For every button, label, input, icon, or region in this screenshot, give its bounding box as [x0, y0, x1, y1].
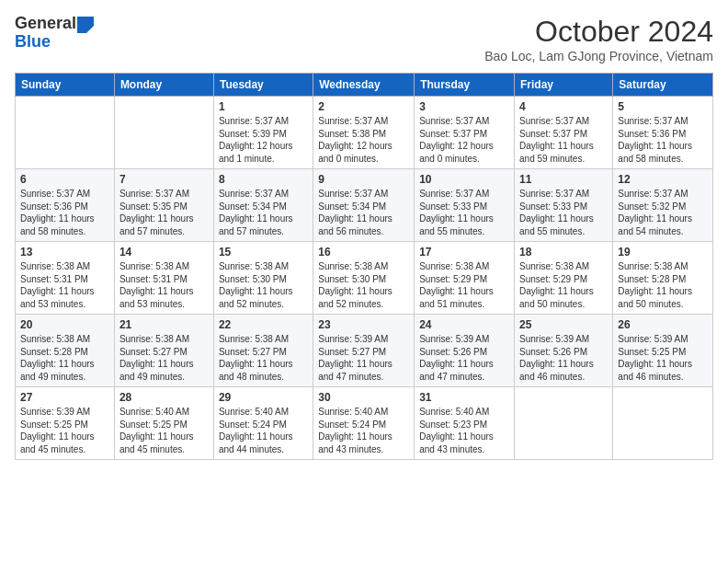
- day-header-saturday: Saturday: [613, 74, 713, 97]
- day-info: Sunrise: 5:40 AMSunset: 5:24 PMDaylight:…: [318, 406, 409, 455]
- day-info: Sunrise: 5:37 AMSunset: 5:37 PMDaylight:…: [419, 115, 509, 165]
- calendar-cell: 22Sunrise: 5:38 AMSunset: 5:27 PMDayligh…: [213, 315, 313, 387]
- calendar: SundayMondayTuesdayWednesdayThursdayFrid…: [15, 73, 713, 460]
- day-info: Sunrise: 5:38 AMSunset: 5:29 PMDaylight:…: [419, 260, 509, 310]
- calendar-cell: [613, 387, 713, 460]
- day-number: 16: [318, 246, 409, 259]
- day-number: 27: [20, 391, 109, 404]
- day-number: 2: [318, 100, 409, 113]
- day-number: 11: [519, 173, 608, 186]
- day-number: 5: [618, 100, 708, 113]
- day-info: Sunrise: 5:37 AMSunset: 5:33 PMDaylight:…: [419, 188, 509, 237]
- day-number: 8: [219, 173, 308, 186]
- page-header: General Blue October 2024 Bao Loc, Lam G…: [15, 15, 713, 63]
- day-info: Sunrise: 5:39 AMSunset: 5:27 PMDaylight:…: [318, 333, 409, 383]
- calendar-cell: 18Sunrise: 5:38 AMSunset: 5:29 PMDayligh…: [515, 242, 613, 315]
- calendar-cell: 17Sunrise: 5:38 AMSunset: 5:29 PMDayligh…: [415, 242, 515, 315]
- calendar-cell: 9Sunrise: 5:37 AMSunset: 5:34 PMDaylight…: [313, 169, 415, 242]
- logo-icon: [77, 17, 94, 33]
- day-header-thursday: Thursday: [415, 74, 515, 97]
- calendar-cell: 28Sunrise: 5:40 AMSunset: 5:25 PMDayligh…: [114, 387, 213, 460]
- calendar-cell: 26Sunrise: 5:39 AMSunset: 5:25 PMDayligh…: [613, 315, 713, 387]
- calendar-cell: 24Sunrise: 5:39 AMSunset: 5:26 PMDayligh…: [415, 315, 515, 387]
- calendar-week-row: 27Sunrise: 5:39 AMSunset: 5:25 PMDayligh…: [16, 387, 713, 460]
- day-info: Sunrise: 5:38 AMSunset: 5:29 PMDaylight:…: [519, 260, 608, 310]
- day-info: Sunrise: 5:37 AMSunset: 5:35 PMDaylight:…: [119, 188, 209, 237]
- day-number: 10: [419, 173, 509, 186]
- calendar-cell: 20Sunrise: 5:38 AMSunset: 5:28 PMDayligh…: [16, 315, 115, 387]
- day-number: 4: [519, 100, 608, 113]
- day-info: Sunrise: 5:39 AMSunset: 5:26 PMDaylight:…: [519, 333, 608, 383]
- day-number: 12: [618, 173, 708, 186]
- calendar-header-row: SundayMondayTuesdayWednesdayThursdayFrid…: [16, 74, 713, 97]
- month-title: October 2024: [484, 15, 713, 49]
- day-number: 15: [219, 246, 308, 259]
- calendar-cell: 1Sunrise: 5:37 AMSunset: 5:39 PMDaylight…: [213, 97, 313, 169]
- day-number: 20: [20, 318, 109, 331]
- day-info: Sunrise: 5:40 AMSunset: 5:23 PMDaylight:…: [419, 406, 509, 455]
- calendar-cell: [16, 97, 115, 169]
- day-number: 25: [519, 318, 608, 331]
- day-number: 1: [219, 100, 308, 113]
- day-info: Sunrise: 5:38 AMSunset: 5:27 PMDaylight:…: [119, 333, 209, 383]
- day-info: Sunrise: 5:38 AMSunset: 5:31 PMDaylight:…: [119, 260, 209, 310]
- title-block: October 2024 Bao Loc, Lam GJong Province…: [484, 15, 713, 63]
- calendar-cell: 11Sunrise: 5:37 AMSunset: 5:33 PMDayligh…: [515, 169, 613, 242]
- calendar-cell: 31Sunrise: 5:40 AMSunset: 5:23 PMDayligh…: [415, 387, 515, 460]
- day-info: Sunrise: 5:37 AMSunset: 5:34 PMDaylight:…: [219, 188, 308, 237]
- logo-general: General: [15, 15, 76, 33]
- calendar-cell: 2Sunrise: 5:37 AMSunset: 5:38 PMDaylight…: [313, 97, 415, 169]
- calendar-cell: [515, 387, 613, 460]
- calendar-cell: 15Sunrise: 5:38 AMSunset: 5:30 PMDayligh…: [213, 242, 313, 315]
- day-info: Sunrise: 5:38 AMSunset: 5:27 PMDaylight:…: [219, 333, 308, 383]
- calendar-week-row: 1Sunrise: 5:37 AMSunset: 5:39 PMDaylight…: [16, 97, 713, 169]
- day-header-tuesday: Tuesday: [213, 74, 313, 97]
- calendar-cell: 8Sunrise: 5:37 AMSunset: 5:34 PMDaylight…: [213, 169, 313, 242]
- calendar-cell: 25Sunrise: 5:39 AMSunset: 5:26 PMDayligh…: [515, 315, 613, 387]
- day-number: 31: [419, 391, 509, 404]
- calendar-cell: 29Sunrise: 5:40 AMSunset: 5:24 PMDayligh…: [213, 387, 313, 460]
- calendar-cell: 12Sunrise: 5:37 AMSunset: 5:32 PMDayligh…: [613, 169, 713, 242]
- day-number: 28: [119, 391, 209, 404]
- day-number: 30: [318, 391, 409, 404]
- day-info: Sunrise: 5:37 AMSunset: 5:36 PMDaylight:…: [618, 115, 708, 165]
- day-number: 19: [618, 246, 708, 259]
- day-number: 7: [119, 173, 209, 186]
- day-info: Sunrise: 5:38 AMSunset: 5:30 PMDaylight:…: [318, 260, 409, 310]
- calendar-cell: 3Sunrise: 5:37 AMSunset: 5:37 PMDaylight…: [415, 97, 515, 169]
- day-info: Sunrise: 5:38 AMSunset: 5:30 PMDaylight:…: [219, 260, 308, 310]
- day-number: 21: [119, 318, 209, 331]
- calendar-cell: 19Sunrise: 5:38 AMSunset: 5:28 PMDayligh…: [613, 242, 713, 315]
- calendar-cell: 14Sunrise: 5:38 AMSunset: 5:31 PMDayligh…: [114, 242, 213, 315]
- calendar-cell: 30Sunrise: 5:40 AMSunset: 5:24 PMDayligh…: [313, 387, 415, 460]
- calendar-cell: 10Sunrise: 5:37 AMSunset: 5:33 PMDayligh…: [415, 169, 515, 242]
- day-header-friday: Friday: [515, 74, 613, 97]
- day-info: Sunrise: 5:39 AMSunset: 5:26 PMDaylight:…: [419, 333, 509, 383]
- logo-text: General Blue: [15, 15, 76, 52]
- svg-marker-0: [77, 17, 94, 33]
- day-info: Sunrise: 5:40 AMSunset: 5:24 PMDaylight:…: [219, 406, 308, 455]
- calendar-cell: 6Sunrise: 5:37 AMSunset: 5:36 PMDaylight…: [16, 169, 115, 242]
- day-number: 22: [219, 318, 308, 331]
- day-header-wednesday: Wednesday: [313, 74, 415, 97]
- day-info: Sunrise: 5:39 AMSunset: 5:25 PMDaylight:…: [618, 333, 708, 383]
- location: Bao Loc, Lam GJong Province, Vietnam: [484, 49, 713, 63]
- day-number: 17: [419, 246, 509, 259]
- calendar-cell: 21Sunrise: 5:38 AMSunset: 5:27 PMDayligh…: [114, 315, 213, 387]
- day-info: Sunrise: 5:37 AMSunset: 5:32 PMDaylight:…: [618, 188, 708, 237]
- day-number: 26: [618, 318, 708, 331]
- day-number: 6: [20, 173, 109, 186]
- day-info: Sunrise: 5:37 AMSunset: 5:37 PMDaylight:…: [519, 115, 608, 165]
- day-info: Sunrise: 5:37 AMSunset: 5:34 PMDaylight:…: [318, 188, 409, 237]
- calendar-cell: 23Sunrise: 5:39 AMSunset: 5:27 PMDayligh…: [313, 315, 415, 387]
- logo-blue: Blue: [15, 33, 76, 52]
- day-info: Sunrise: 5:37 AMSunset: 5:33 PMDaylight:…: [519, 188, 608, 237]
- calendar-week-row: 20Sunrise: 5:38 AMSunset: 5:28 PMDayligh…: [16, 315, 713, 387]
- calendar-cell: 4Sunrise: 5:37 AMSunset: 5:37 PMDaylight…: [515, 97, 613, 169]
- day-info: Sunrise: 5:37 AMSunset: 5:36 PMDaylight:…: [20, 188, 109, 237]
- calendar-cell: 5Sunrise: 5:37 AMSunset: 5:36 PMDaylight…: [613, 97, 713, 169]
- day-number: 29: [219, 391, 308, 404]
- calendar-cell: 13Sunrise: 5:38 AMSunset: 5:31 PMDayligh…: [16, 242, 115, 315]
- day-number: 9: [318, 173, 409, 186]
- day-number: 23: [318, 318, 409, 331]
